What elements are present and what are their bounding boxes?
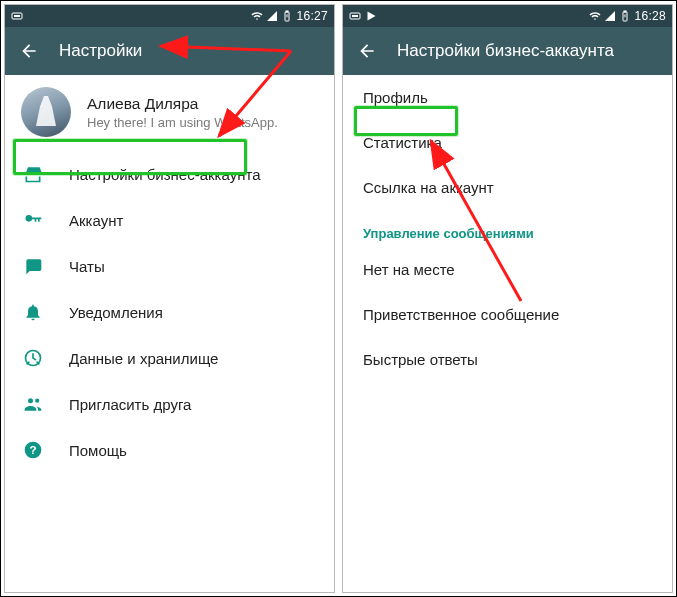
wifi-icon (589, 10, 601, 22)
signal-icon (604, 10, 616, 22)
svg-text:?: ? (29, 443, 36, 456)
appbar-right: Настройки бизнес-аккаунта (343, 27, 672, 75)
row-greeting[interactable]: Приветственное сообщение (343, 292, 672, 337)
data-icon (23, 348, 43, 368)
play-icon (365, 10, 377, 22)
battery-icon (281, 10, 293, 22)
row-chats[interactable]: Чаты (5, 243, 334, 289)
profile-status: Hey there! I am using WhatsApp. (87, 115, 278, 130)
chat-icon (23, 256, 43, 276)
svg-rect-10 (352, 15, 358, 17)
statusbar-right: 16:28 (343, 5, 672, 27)
row-label: Данные и хранилище (69, 350, 218, 367)
row-quick-replies[interactable]: Быстрые ответы (343, 337, 672, 382)
svg-rect-12 (624, 11, 626, 12)
phone-left: 16:27 Настройки Алиева Диляра Hey there!… (4, 4, 335, 593)
row-statistics[interactable]: Статистика (343, 120, 672, 165)
appbar-title-right: Настройки бизнес-аккаунта (397, 41, 614, 61)
signal-icon (266, 10, 278, 22)
wifi-icon (251, 10, 263, 22)
svg-point-5 (28, 398, 33, 403)
storefront-icon (23, 164, 43, 184)
statusbar-left: 16:27 (5, 5, 334, 27)
row-data-storage[interactable]: Данные и хранилище (5, 335, 334, 381)
row-notifications[interactable]: Уведомления (5, 289, 334, 335)
kb-icon (11, 10, 23, 22)
svg-rect-1 (14, 15, 20, 17)
kb-icon (349, 10, 361, 22)
svg-point-6 (35, 399, 39, 403)
section-header-messages: Управление сообщениями (343, 210, 672, 247)
appbar-title-left: Настройки (59, 41, 142, 61)
back-icon[interactable] (19, 41, 39, 61)
row-label: Чаты (69, 258, 105, 275)
row-profile[interactable]: Профиль (343, 75, 672, 120)
svg-rect-3 (286, 11, 288, 12)
clock-left: 16:27 (296, 9, 328, 23)
row-label: Помощь (69, 442, 127, 459)
row-account-link[interactable]: Ссылка на аккаунт (343, 165, 672, 210)
help-icon: ? (23, 440, 43, 460)
back-icon[interactable] (357, 41, 377, 61)
bell-icon (23, 302, 43, 322)
row-away[interactable]: Нет на месте (343, 247, 672, 292)
profile-name: Алиева Диляра (87, 95, 278, 113)
row-label: Аккаунт (69, 212, 123, 229)
row-label: Пригласить друга (69, 396, 191, 413)
row-account[interactable]: Аккаунт (5, 197, 334, 243)
appbar-left: Настройки (5, 27, 334, 75)
row-label: Уведомления (69, 304, 163, 321)
people-icon (23, 394, 43, 414)
avatar (21, 87, 71, 137)
clock-right: 16:28 (634, 9, 666, 23)
key-icon (23, 210, 43, 230)
row-label: Настройки бизнес-аккаунта (69, 166, 260, 183)
profile-row[interactable]: Алиева Диляра Hey there! I am using What… (5, 75, 334, 151)
row-invite-friend[interactable]: Пригласить друга (5, 381, 334, 427)
phone-right: 16:28 Настройки бизнес-аккаунта Профиль … (342, 4, 673, 593)
row-business-settings[interactable]: Настройки бизнес-аккаунта (5, 151, 334, 197)
row-help[interactable]: ? Помощь (5, 427, 334, 473)
battery-icon (619, 10, 631, 22)
